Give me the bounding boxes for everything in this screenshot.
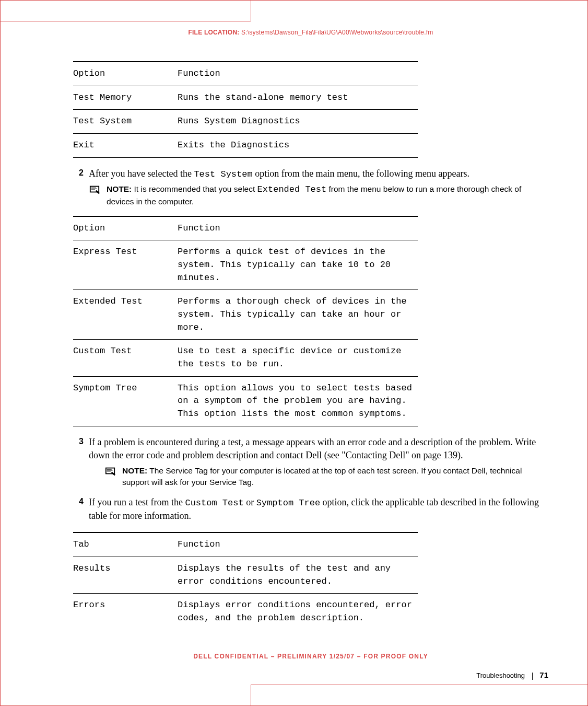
cell-function: Displays error conditions encountered, e… <box>178 594 418 630</box>
table-row: Express Test Performs a quick test of de… <box>73 240 418 290</box>
confidential-banner: DELL CONFIDENTIAL – PRELIMINARY 1/25/07 … <box>73 653 548 660</box>
step-text-mid: or <box>244 497 256 507</box>
main-menu-table: Option Function Test Memory Runs the sta… <box>73 61 418 158</box>
cell-tab: Results <box>73 557 178 593</box>
col-header-function: Function <box>178 216 418 240</box>
test-system-table: Option Function Express Test Performs a … <box>73 216 418 426</box>
cell-function: Performs a quick test of devices in the … <box>178 240 418 290</box>
cell-function: Performs a thorough check of devices in … <box>178 290 418 340</box>
cell-option: Test System <box>73 110 178 134</box>
section-name: Troubleshooting <box>476 672 525 679</box>
table-row: Extended Test Performs a thorough check … <box>73 290 418 340</box>
cell-option: Extended Test <box>73 290 178 340</box>
cell-function: This option allows you to select tests b… <box>178 376 418 426</box>
inline-code: Test System <box>194 169 252 179</box>
note-icon <box>104 466 118 476</box>
table-row: Test System Runs System Diagnostics <box>73 110 418 134</box>
col-header-option: Option <box>73 62 178 86</box>
separator <box>532 673 533 680</box>
cell-function: Exits the Diagnostics <box>178 133 418 157</box>
note-body: NOTE: It is recommended that you select … <box>107 183 548 207</box>
step-3: 3 If a problem is encountered during a t… <box>73 436 548 462</box>
table-row: Exit Exits the Diagnostics <box>73 133 418 157</box>
step-text-post: option from the main menu, the following… <box>253 168 469 179</box>
crop-mark <box>251 685 251 706</box>
step-text-pre: After you have selected the <box>89 168 194 179</box>
col-header-option: Option <box>73 216 178 240</box>
col-header-function: Function <box>178 533 418 557</box>
note-text-pre: It is recommended that you select <box>132 184 257 193</box>
crop-mark <box>251 0 251 21</box>
cell-option: Symptom Tree <box>73 376 178 426</box>
note-icon <box>89 184 102 194</box>
table-row: Symptom Tree This option allows you to s… <box>73 376 418 426</box>
crop-mark <box>251 685 588 685</box>
crop-mark <box>0 21 251 21</box>
note-text: The Service Tag for your computer is loc… <box>122 466 522 487</box>
note-extended-test: NOTE: It is recommended that you select … <box>89 183 548 207</box>
table-row: Custom Test Use to test a specific devic… <box>73 340 418 376</box>
inline-code: Symptom Tree <box>256 498 320 508</box>
step-body: If a problem is encountered during a tes… <box>89 436 548 462</box>
cell-option: Test Memory <box>73 86 178 110</box>
step-4: 4 If you run a test from the Custom Test… <box>73 496 548 523</box>
inline-code: Extended Test <box>257 184 327 194</box>
table-row: Errors Displays error conditions encount… <box>73 594 418 630</box>
cell-option: Custom Test <box>73 340 178 376</box>
page-content: FILE LOCATION: S:\systems\Dawson_Fila\Fi… <box>73 29 548 639</box>
note-label: NOTE: <box>122 466 147 475</box>
table-row: Results Displays the results of the test… <box>73 557 418 593</box>
note-label: NOTE: <box>107 184 132 193</box>
cell-option: Express Test <box>73 240 178 290</box>
cell-tab: Errors <box>73 594 178 630</box>
cell-function: Displays the results of the test and any… <box>178 557 418 593</box>
page-number-line: Troubleshooting 71 <box>73 670 548 680</box>
col-header-tab: Tab <box>73 533 178 557</box>
step-number: 2 <box>73 167 89 178</box>
step-number: 3 <box>73 436 89 446</box>
page-number: 71 <box>539 670 548 679</box>
note-service-tag: NOTE: The Service Tag for your computer … <box>104 465 548 488</box>
cell-function: Use to test a specific device or customi… <box>178 340 418 376</box>
step-2: 2 After you have selected the Test Syste… <box>73 167 548 181</box>
table-header-row: Option Function <box>73 62 418 86</box>
cell-function: Runs System Diagnostics <box>178 110 418 134</box>
table-header-row: Tab Function <box>73 533 418 557</box>
step-text-pre: If you run a test from the <box>89 497 185 507</box>
file-location-header: FILE LOCATION: S:\systems\Dawson_Fila\Fi… <box>73 29 548 36</box>
cell-function: Runs the stand-alone memory test <box>178 86 418 110</box>
step-number: 4 <box>73 496 89 506</box>
col-header-function: Function <box>178 62 418 86</box>
note-body: NOTE: The Service Tag for your computer … <box>122 465 548 488</box>
inline-code: Custom Test <box>185 498 243 508</box>
file-location-label: FILE LOCATION: <box>189 29 240 36</box>
table-row: Test Memory Runs the stand-alone memory … <box>73 86 418 110</box>
step-body: After you have selected the Test System … <box>89 167 469 181</box>
file-location-path: S:\systems\Dawson_Fila\Fila\UG\A00\Webwo… <box>241 29 433 36</box>
cell-option: Exit <box>73 133 178 157</box>
table-header-row: Option Function <box>73 216 418 240</box>
tabs-table: Tab Function Results Displays the result… <box>73 532 418 630</box>
step-body: If you run a test from the Custom Test o… <box>89 496 548 523</box>
page-footer: DELL CONFIDENTIAL – PRELIMINARY 1/25/07 … <box>73 653 548 680</box>
